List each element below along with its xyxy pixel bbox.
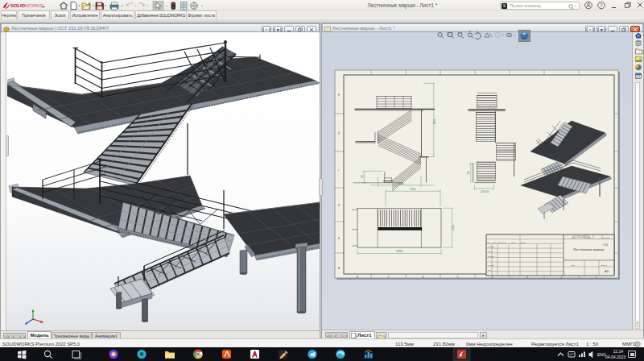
svg-text:Изм.: Изм. [486,242,490,244]
svg-text:Б: Б [338,237,340,240]
svg-text:Утв.: Утв. [488,269,492,272]
svg-text:А: А [338,267,340,270]
svg-text:Разраб.: Разраб. [488,246,495,248]
svg-text:Лестничные марши: Лестничные марши [573,247,605,251]
svg-text:1754: 1754 [452,225,455,230]
svg-text:Е: Е [338,93,340,97]
svg-text:6: 6 [423,276,424,279]
svg-text:Подп.: Подп. [511,242,517,244]
svg-text:?: ? [600,2,603,8]
svg-text:Пров.: Пров. [488,251,493,253]
svg-text:5: 5 [457,276,459,279]
svg-text:4240: 4240 [398,182,404,185]
svg-text:ОСТ 231.20-78 СБ: ОСТ 231.20-78 СБ [572,235,590,239]
svg-text:8: 8 [357,276,358,279]
svg-text:1240,00: 1240,00 [481,190,489,193]
svg-text:186: 186 [468,171,471,175]
svg-text:Лист: Лист [571,264,576,267]
svg-text:7: 7 [388,276,390,279]
svg-text:3050: 3050 [433,118,436,124]
svg-text:Д: Д [338,131,340,135]
svg-text:5990: 5990 [396,250,402,253]
svg-text:А3: А3 [605,270,608,273]
svg-text:Листов: Листов [601,264,607,267]
svg-text:1:50: 1:50 [603,243,608,247]
svg-text:4240: 4240 [411,188,416,191]
svg-text:Дата: Дата [521,242,526,244]
svg-text:Масштаб: Масштаб [601,237,610,239]
svg-text:№ докум.: № докум. [498,242,507,244]
svg-text:Лист: Лист [492,242,497,244]
svg-text:В: В [338,204,340,207]
svg-text:SOLIDWORKS: SOLIDWORKS [10,2,43,8]
svg-text:180: 180 [361,175,364,179]
svg-text:Т.контр.: Т.контр. [488,255,495,258]
svg-text:Н.контр.: Н.контр. [487,264,495,267]
